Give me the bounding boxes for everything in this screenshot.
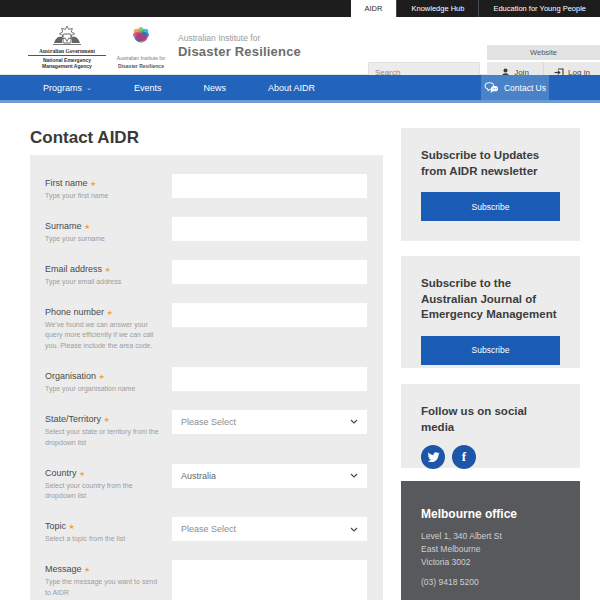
field-label: Country ★ <box>45 468 164 478</box>
required-star-icon: ★ <box>99 373 105 380</box>
select-value: Please Select <box>181 524 236 534</box>
first-name-input[interactable] <box>172 174 367 198</box>
office-title: Melbourne office <box>421 507 560 521</box>
nav-item-programs[interactable]: Programs ⌄ <box>22 75 113 100</box>
journal-subscribe-box: Subscribe to the Australian Journal of E… <box>401 256 580 368</box>
field-helper: Type your email address <box>45 277 164 288</box>
email-input[interactable] <box>172 260 367 284</box>
nav-about-label: About AIDR <box>268 83 315 93</box>
field-helper: Select your country from the dropdown li… <box>45 481 164 503</box>
chevron-down-icon <box>350 527 358 532</box>
site-header: Australian Government National Emergency… <box>0 17 600 75</box>
newsletter-title: Subscribe to Updates from AIDR newslette… <box>421 148 560 179</box>
melbourne-office-box: Melbourne office Level 1, 340 Albert St … <box>401 481 580 600</box>
field-label: Organisation ★ <box>45 371 164 381</box>
facebook-icon: f <box>462 449 466 465</box>
twitter-button[interactable] <box>421 445 445 469</box>
contact-us-label: Contact Us <box>504 83 546 93</box>
nav-accent-strip <box>0 100 600 103</box>
nav-item-about-aidr[interactable]: About AIDR <box>247 75 336 100</box>
form-row-email: Email address ★ Type your email address <box>45 260 383 288</box>
field-label: Surname ★ <box>45 221 164 231</box>
message-textarea[interactable] <box>172 560 367 600</box>
topic-select[interactable]: Please Select <box>172 517 367 541</box>
page-title: Contact AIDR <box>30 128 139 148</box>
sidebar: Subscribe to Updates from AIDR newslette… <box>401 128 580 600</box>
site-title: Australian Institute for Disaster Resili… <box>178 33 301 59</box>
nav-events-label: Events <box>134 83 162 93</box>
field-helper: We've found we can answer your query mor… <box>45 320 164 353</box>
form-row-organisation: Organisation ★ Type your organisation na… <box>45 367 383 395</box>
form-row-country: Country ★ Select your country from the d… <box>45 464 383 503</box>
field-helper: Type the message you want to send to AID… <box>45 577 164 599</box>
nav-item-news[interactable]: News <box>182 75 247 100</box>
field-label: Email address ★ <box>45 264 164 274</box>
tab-education-young-people[interactable]: Education for Young People <box>478 0 600 17</box>
state-territory-select[interactable]: Please Select <box>172 410 367 434</box>
field-helper: Type your surname <box>45 234 164 245</box>
office-address-line1: Level 1, 340 Albert St <box>421 530 560 543</box>
field-label: Topic ★ <box>45 521 164 531</box>
required-star-icon: ★ <box>79 470 85 477</box>
website-label: Website <box>487 45 600 60</box>
aidr-logo: Australian Institute for Disaster Resili… <box>112 24 170 69</box>
contact-form: First name ★ Type your first name Surnam… <box>30 155 383 600</box>
field-helper: Select a topic from the list <box>45 534 164 545</box>
facebook-button[interactable]: f <box>452 445 476 469</box>
field-label: First name ★ <box>45 178 164 188</box>
phone-input[interactable] <box>172 303 367 327</box>
site-title-line1: Australian Institute for <box>178 33 301 43</box>
aidr-logo-caption-line1: Australian Institute for <box>112 55 170 62</box>
tab-knowledge-hub[interactable]: Knowledge Hub <box>396 0 478 17</box>
chevron-down-icon: ⌄ <box>86 84 92 92</box>
required-star-icon: ★ <box>104 416 110 423</box>
twitter-icon <box>427 452 440 463</box>
chevron-down-icon <box>350 419 358 424</box>
field-label: State/Territory ★ <box>45 414 164 424</box>
required-star-icon: ★ <box>105 266 111 273</box>
journal-title: Subscribe to the Australian Journal of E… <box>421 276 560 323</box>
select-value: Australia <box>181 471 216 481</box>
newsletter-subscribe-button[interactable]: Subscribe <box>421 192 560 221</box>
nav-news-label: News <box>203 83 226 93</box>
required-star-icon: ★ <box>84 223 90 230</box>
surname-input[interactable] <box>172 217 367 241</box>
field-helper: Select your state or territory from the … <box>45 427 164 449</box>
office-address-line3: Victoria 3002 <box>421 556 560 569</box>
field-label: Phone number ★ <box>45 307 164 317</box>
aidr-lotus-icon <box>126 24 156 50</box>
field-helper: Type your organisation name <box>45 384 164 395</box>
nav-item-events[interactable]: Events <box>113 75 183 100</box>
site-title-line2: Disaster Resilience <box>178 44 301 59</box>
social-title: Follow us on social media <box>421 404 560 435</box>
country-select[interactable]: Australia <box>172 464 367 488</box>
gov-logo-line2: National Emergency Management Agency <box>28 57 106 70</box>
tab-aidr[interactable]: AIDR <box>351 0 397 17</box>
required-star-icon: ★ <box>107 309 113 316</box>
nav-programs-label: Programs <box>43 83 82 93</box>
form-row-first-name: First name ★ Type your first name <box>45 174 383 202</box>
form-row-state: State/Territory ★ Select your state or t… <box>45 410 383 449</box>
chat-bubbles-icon <box>484 82 499 94</box>
newsletter-subscribe-box: Subscribe to Updates from AIDR newslette… <box>401 128 580 241</box>
required-star-icon: ★ <box>69 523 75 530</box>
office-address-line2: East Melbourne <box>421 543 560 556</box>
contact-us-button[interactable]: Contact Us <box>481 75 549 100</box>
required-star-icon: ★ <box>90 180 96 187</box>
form-row-surname: Surname ★ Type your surname <box>45 217 383 245</box>
top-utility-bar: AIDR Knowledge Hub Education for Young P… <box>0 0 600 17</box>
organisation-input[interactable] <box>172 367 367 391</box>
field-label: Message ★ <box>45 564 164 574</box>
journal-subscribe-button[interactable]: Subscribe <box>421 336 560 365</box>
main-nav: Programs ⌄ Events News About AIDR Contac… <box>0 75 600 100</box>
australian-government-logo: Australian Government National Emergency… <box>28 25 106 70</box>
aidr-logo-caption-line2: Disaster Resilience <box>112 63 170 70</box>
select-value: Please Select <box>181 417 236 427</box>
coat-of-arms-icon <box>50 25 84 47</box>
form-row-phone: Phone number ★ We've found we can answer… <box>45 303 383 353</box>
social-media-box: Follow us on social media f <box>401 384 580 468</box>
chevron-down-icon <box>350 473 358 478</box>
field-helper: Type your first name <box>45 191 164 202</box>
required-star-icon: ★ <box>84 566 90 573</box>
gov-logo-line1: Australian Government <box>28 48 106 56</box>
